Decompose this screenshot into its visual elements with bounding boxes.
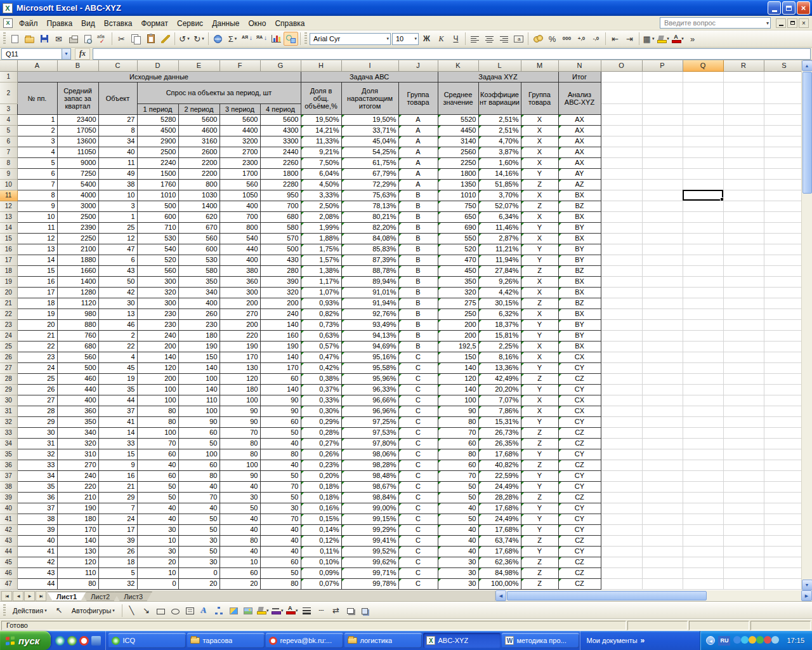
- workbook-restore-button[interactable]: [787, 18, 797, 28]
- cell[interactable]: 22: [17, 341, 57, 352]
- line-color-icon[interactable]: ▾: [270, 604, 285, 618]
- cell[interactable]: 87,39%: [341, 255, 398, 265]
- cell[interactable]: 800: [178, 179, 219, 190]
- cell[interactable]: 3000: [57, 201, 98, 211]
- cell[interactable]: [601, 352, 642, 362]
- cell[interactable]: [642, 103, 683, 114]
- cell[interactable]: 320: [260, 287, 301, 298]
- cell[interactable]: CZ: [558, 492, 601, 503]
- cell[interactable]: 80: [438, 416, 478, 427]
- cell[interactable]: X: [521, 276, 558, 287]
- cell[interactable]: CZ: [558, 373, 601, 384]
- cell[interactable]: 40: [260, 524, 301, 535]
- cell[interactable]: X: [521, 157, 558, 168]
- cell[interactable]: 2300: [219, 157, 260, 168]
- header-cell[interactable]: Спрос на объекты за период, шт: [137, 82, 301, 103]
- cell[interactable]: 50: [260, 470, 301, 481]
- cell[interactable]: [723, 470, 764, 481]
- cell[interactable]: 320: [137, 287, 178, 298]
- cell[interactable]: 2200: [178, 157, 219, 168]
- cell[interactable]: 50: [137, 492, 178, 503]
- cell[interactable]: 270: [219, 308, 260, 319]
- cell[interactable]: Y: [521, 470, 558, 481]
- cell[interactable]: C: [398, 449, 438, 460]
- cell[interactable]: 7: [98, 503, 137, 514]
- cell[interactable]: [601, 211, 642, 222]
- cell[interactable]: 320: [57, 438, 98, 449]
- cell[interactable]: C: [398, 384, 438, 395]
- cell[interactable]: CY: [558, 524, 601, 535]
- cell[interactable]: 60: [438, 460, 478, 470]
- cell[interactable]: [723, 136, 764, 147]
- cell[interactable]: 16: [17, 276, 57, 287]
- cell[interactable]: 17: [17, 287, 57, 298]
- new-document-button[interactable]: [8, 32, 22, 46]
- cell[interactable]: CX: [558, 352, 601, 362]
- cell[interactable]: 980: [57, 308, 98, 319]
- cell[interactable]: 5600: [260, 114, 301, 125]
- cell[interactable]: Y: [521, 384, 558, 395]
- cell[interactable]: [642, 395, 683, 406]
- cell[interactable]: C: [398, 416, 438, 427]
- cell[interactable]: 5520: [438, 114, 478, 125]
- cell[interactable]: [764, 265, 804, 276]
- cell[interactable]: 1030: [178, 190, 219, 201]
- cell[interactable]: C: [398, 524, 438, 535]
- cell[interactable]: [764, 481, 804, 492]
- cell[interactable]: 7,07%: [478, 395, 521, 406]
- cell[interactable]: 50: [438, 514, 478, 524]
- cell[interactable]: 50: [178, 524, 219, 535]
- cell[interactable]: BX: [558, 276, 601, 287]
- cell[interactable]: BY: [558, 255, 601, 265]
- cell[interactable]: [601, 168, 642, 179]
- cell[interactable]: 200: [137, 341, 178, 352]
- cell[interactable]: [642, 341, 683, 352]
- cell[interactable]: 10: [137, 567, 178, 578]
- cell[interactable]: 0,82%: [301, 308, 341, 319]
- cell[interactable]: 560: [219, 179, 260, 190]
- cell[interactable]: 140: [178, 362, 219, 373]
- cell[interactable]: 11050: [57, 147, 98, 157]
- cell[interactable]: [764, 557, 804, 567]
- cell[interactable]: 54,25%: [341, 147, 398, 157]
- cell[interactable]: [683, 481, 723, 492]
- cell[interactable]: [642, 136, 683, 147]
- cell[interactable]: 540: [219, 233, 260, 244]
- cell[interactable]: 13: [98, 308, 137, 319]
- cell[interactable]: 2,87%: [478, 233, 521, 244]
- cell[interactable]: 650: [438, 211, 478, 222]
- chevron-down-icon[interactable]: ▾: [681, 36, 684, 41]
- cell[interactable]: 15: [98, 449, 137, 460]
- cell[interactable]: [683, 211, 723, 222]
- arrow-style-icon[interactable]: ⇄: [329, 604, 343, 618]
- cell[interactable]: 3200: [219, 136, 260, 147]
- cell[interactable]: 2600: [178, 147, 219, 157]
- cell[interactable]: 5600: [219, 114, 260, 125]
- cell[interactable]: 9000: [57, 157, 98, 168]
- fill-color-icon[interactable]: ▾: [256, 604, 270, 618]
- cell[interactable]: 40: [137, 460, 178, 470]
- cell[interactable]: 0,73%: [301, 319, 341, 330]
- cell[interactable]: [683, 514, 723, 524]
- row-header-30[interactable]: 30: [0, 395, 17, 406]
- cell[interactable]: 0,12%: [301, 535, 341, 546]
- line-icon[interactable]: ╲: [124, 604, 139, 618]
- cell[interactable]: 200: [219, 319, 260, 330]
- toolbar-options-button[interactable]: »: [685, 32, 700, 46]
- cell[interactable]: [642, 168, 683, 179]
- cell[interactable]: 0,11%: [301, 546, 341, 557]
- merge-center-button[interactable]: [511, 32, 526, 46]
- cell[interactable]: [683, 179, 723, 190]
- cell[interactable]: 1050: [219, 190, 260, 201]
- cell[interactable]: 42: [17, 557, 57, 567]
- cell[interactable]: 99,00%: [341, 503, 398, 514]
- cell[interactable]: 17,68%: [478, 546, 521, 557]
- cell[interactable]: 43: [17, 567, 57, 578]
- cell[interactable]: [601, 125, 642, 136]
- cell[interactable]: 9: [17, 201, 57, 211]
- cell[interactable]: 190: [260, 341, 301, 352]
- cell[interactable]: C: [398, 427, 438, 438]
- cell[interactable]: 8,16%: [478, 352, 521, 362]
- cell[interactable]: Z: [521, 567, 558, 578]
- cell[interactable]: 51,85%: [478, 179, 521, 190]
